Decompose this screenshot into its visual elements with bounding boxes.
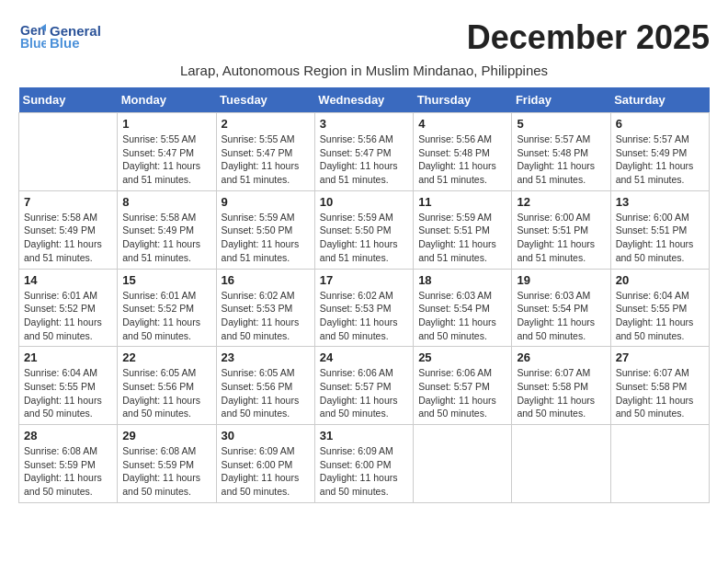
calendar-cell: 13Sunrise: 6:00 AM Sunset: 5:51 PM Dayli… — [610, 190, 709, 269]
calendar-cell: 21Sunrise: 6:04 AM Sunset: 5:55 PM Dayli… — [19, 347, 118, 425]
day-info: Sunrise: 5:59 AM Sunset: 5:50 PM Dayligh… — [222, 211, 310, 265]
day-info: Sunrise: 6:04 AM Sunset: 5:55 PM Dayligh… — [24, 366, 112, 420]
calendar-cell: 26Sunrise: 6:07 AM Sunset: 5:58 PM Dayli… — [512, 347, 610, 425]
month-title: December 2025 — [467, 18, 710, 57]
day-number: 5 — [517, 117, 605, 131]
calendar-cell: 8Sunrise: 5:58 AM Sunset: 5:49 PM Daylig… — [118, 190, 216, 269]
day-info: Sunrise: 5:57 AM Sunset: 5:48 PM Dayligh… — [517, 132, 605, 187]
weekday-header-sunday: Sunday — [19, 87, 118, 113]
weekday-header-tuesday: Tuesday — [216, 87, 314, 113]
day-number: 25 — [418, 350, 506, 364]
day-info: Sunrise: 6:02 AM Sunset: 5:53 PM Dayligh… — [320, 289, 408, 343]
day-number: 3 — [320, 117, 408, 131]
day-number: 27 — [616, 350, 704, 364]
day-info: Sunrise: 6:00 AM Sunset: 5:51 PM Dayligh… — [616, 211, 704, 265]
day-info: Sunrise: 5:55 AM Sunset: 5:47 PM Dayligh… — [222, 132, 310, 187]
day-info: Sunrise: 6:07 AM Sunset: 5:58 PM Dayligh… — [616, 366, 704, 420]
day-number: 20 — [616, 273, 704, 287]
month-title-section: December 2025 — [467, 18, 710, 57]
day-info: Sunrise: 5:56 AM Sunset: 5:48 PM Dayligh… — [418, 132, 506, 187]
day-info: Sunrise: 6:06 AM Sunset: 5:57 PM Dayligh… — [418, 366, 506, 420]
day-info: Sunrise: 5:58 AM Sunset: 5:49 PM Dayligh… — [24, 211, 112, 265]
day-number: 30 — [222, 429, 310, 442]
day-info: Sunrise: 6:02 AM Sunset: 5:53 PM Dayligh… — [222, 289, 310, 343]
day-info: Sunrise: 5:55 AM Sunset: 5:47 PM Dayligh… — [122, 132, 210, 187]
calendar-cell: 29Sunrise: 6:08 AM Sunset: 5:59 PM Dayli… — [118, 425, 216, 503]
calendar-cell: 5Sunrise: 5:57 AM Sunset: 5:48 PM Daylig… — [512, 113, 610, 191]
calendar-cell: 18Sunrise: 6:03 AM Sunset: 5:54 PM Dayli… — [414, 269, 512, 347]
day-info: Sunrise: 6:05 AM Sunset: 5:56 PM Dayligh… — [222, 366, 310, 420]
calendar-cell: 12Sunrise: 6:00 AM Sunset: 5:51 PM Dayli… — [512, 190, 610, 269]
calendar-cell: 3Sunrise: 5:56 AM Sunset: 5:47 PM Daylig… — [314, 113, 413, 191]
calendar-cell: 1Sunrise: 5:55 AM Sunset: 5:47 PM Daylig… — [118, 113, 216, 191]
calendar-cell: 20Sunrise: 6:04 AM Sunset: 5:55 PM Dayli… — [610, 269, 709, 347]
calendar-cell: 25Sunrise: 6:06 AM Sunset: 5:57 PM Dayli… — [414, 347, 512, 425]
day-number: 21 — [24, 350, 112, 364]
day-number: 18 — [418, 273, 506, 287]
day-info: Sunrise: 5:59 AM Sunset: 5:50 PM Dayligh… — [320, 211, 408, 265]
logo-icon: General Blue — [18, 18, 46, 52]
day-info: Sunrise: 5:56 AM Sunset: 5:47 PM Dayligh… — [320, 132, 408, 187]
day-number: 9 — [222, 195, 310, 209]
day-info: Sunrise: 6:03 AM Sunset: 5:54 PM Dayligh… — [517, 289, 605, 343]
day-info: Sunrise: 6:04 AM Sunset: 5:55 PM Dayligh… — [616, 289, 704, 343]
calendar-cell: 15Sunrise: 6:01 AM Sunset: 5:52 PM Dayli… — [118, 269, 216, 347]
weekday-header-saturday: Saturday — [610, 87, 709, 113]
day-number: 22 — [122, 350, 210, 364]
day-number: 28 — [24, 429, 112, 442]
day-number: 13 — [616, 195, 704, 209]
logo: General Blue General Blue — [18, 18, 101, 55]
location-subtitle: Larap, Autonomous Region in Muslim Minda… — [18, 63, 710, 78]
calendar-cell — [19, 113, 118, 191]
day-info: Sunrise: 6:00 AM Sunset: 5:51 PM Dayligh… — [517, 211, 605, 265]
day-number: 26 — [517, 350, 605, 364]
calendar-cell — [610, 425, 709, 503]
calendar-cell: 27Sunrise: 6:07 AM Sunset: 5:58 PM Dayli… — [610, 347, 709, 425]
day-info: Sunrise: 6:03 AM Sunset: 5:54 PM Dayligh… — [418, 289, 506, 343]
calendar-week-row: 21Sunrise: 6:04 AM Sunset: 5:55 PM Dayli… — [19, 347, 710, 425]
day-info: Sunrise: 6:09 AM Sunset: 6:00 PM Dayligh… — [222, 444, 310, 499]
day-number: 7 — [24, 195, 112, 209]
calendar-week-row: 28Sunrise: 6:08 AM Sunset: 5:59 PM Dayli… — [19, 425, 710, 503]
calendar-cell: 14Sunrise: 6:01 AM Sunset: 5:52 PM Dayli… — [19, 269, 118, 347]
day-number: 29 — [122, 429, 210, 442]
calendar-cell: 6Sunrise: 5:57 AM Sunset: 5:49 PM Daylig… — [610, 113, 709, 191]
calendar-cell: 2Sunrise: 5:55 AM Sunset: 5:47 PM Daylig… — [216, 113, 314, 191]
day-number: 24 — [320, 350, 408, 364]
day-number: 1 — [122, 117, 210, 131]
calendar-cell: 16Sunrise: 6:02 AM Sunset: 5:53 PM Dayli… — [216, 269, 314, 347]
day-number: 15 — [122, 273, 210, 287]
day-number: 4 — [418, 117, 506, 131]
day-info: Sunrise: 6:09 AM Sunset: 6:00 PM Dayligh… — [320, 444, 408, 499]
calendar-cell: 7Sunrise: 5:58 AM Sunset: 5:49 PM Daylig… — [19, 190, 118, 269]
day-number: 31 — [320, 429, 408, 442]
day-info: Sunrise: 6:05 AM Sunset: 5:56 PM Dayligh… — [122, 366, 210, 420]
calendar-cell: 9Sunrise: 5:59 AM Sunset: 5:50 PM Daylig… — [216, 190, 314, 269]
calendar-cell: 4Sunrise: 5:56 AM Sunset: 5:48 PM Daylig… — [414, 113, 512, 191]
calendar-cell: 24Sunrise: 6:06 AM Sunset: 5:57 PM Dayli… — [314, 347, 413, 425]
calendar-cell: 19Sunrise: 6:03 AM Sunset: 5:54 PM Dayli… — [512, 269, 610, 347]
calendar-week-row: 7Sunrise: 5:58 AM Sunset: 5:49 PM Daylig… — [19, 190, 710, 269]
day-number: 11 — [418, 195, 506, 209]
calendar-cell — [414, 425, 512, 503]
day-info: Sunrise: 5:59 AM Sunset: 5:51 PM Dayligh… — [418, 211, 506, 265]
day-info: Sunrise: 6:06 AM Sunset: 5:57 PM Dayligh… — [320, 366, 408, 420]
calendar-cell: 28Sunrise: 6:08 AM Sunset: 5:59 PM Dayli… — [19, 425, 118, 503]
calendar-header-row: SundayMondayTuesdayWednesdayThursdayFrid… — [19, 87, 710, 113]
day-info: Sunrise: 5:57 AM Sunset: 5:49 PM Dayligh… — [616, 132, 704, 187]
weekday-header-monday: Monday — [118, 87, 216, 113]
day-number: 10 — [320, 195, 408, 209]
day-number: 16 — [222, 273, 310, 287]
svg-text:Blue: Blue — [20, 36, 46, 51]
calendar-table: SundayMondayTuesdayWednesdayThursdayFrid… — [18, 87, 710, 503]
day-number: 6 — [616, 117, 704, 131]
day-number: 17 — [320, 273, 408, 287]
weekday-header-thursday: Thursday — [414, 87, 512, 113]
day-info: Sunrise: 6:01 AM Sunset: 5:52 PM Dayligh… — [122, 289, 210, 343]
day-number: 8 — [122, 195, 210, 209]
calendar-cell: 23Sunrise: 6:05 AM Sunset: 5:56 PM Dayli… — [216, 347, 314, 425]
day-number: 2 — [222, 117, 310, 131]
weekday-header-friday: Friday — [512, 87, 610, 113]
day-number: 19 — [517, 273, 605, 287]
calendar-cell — [512, 425, 610, 503]
